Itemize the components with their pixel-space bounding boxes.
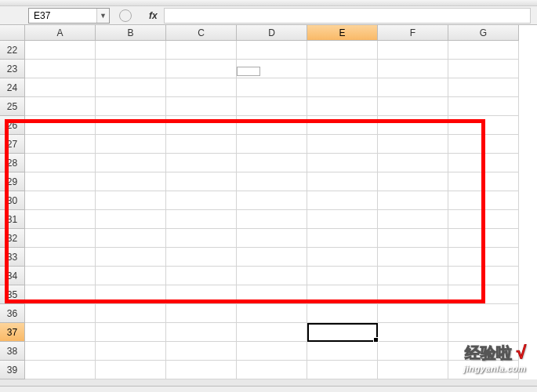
cell[interactable]	[166, 154, 237, 172]
cell[interactable]	[96, 172, 166, 191]
cell[interactable]	[96, 285, 166, 304]
formula-input[interactable]	[164, 8, 531, 24]
cell[interactable]	[378, 267, 448, 285]
column-header-b[interactable]: B	[96, 25, 166, 41]
cell[interactable]	[96, 342, 166, 361]
cell[interactable]	[307, 229, 378, 248]
cell[interactable]	[166, 135, 237, 154]
cell[interactable]	[166, 323, 237, 342]
cell[interactable]	[307, 342, 378, 361]
cell[interactable]	[307, 285, 378, 304]
cell[interactable]	[448, 361, 519, 379]
row-header[interactable]: 36	[0, 304, 25, 323]
row-header[interactable]: 29	[0, 172, 25, 191]
cell[interactable]	[448, 285, 519, 304]
column-header-g[interactable]: G	[448, 25, 519, 41]
cell[interactable]	[378, 116, 448, 135]
sheet-tab-area[interactable]	[0, 386, 537, 392]
row-header[interactable]: 35	[0, 285, 25, 304]
row-header[interactable]: 38	[0, 342, 25, 361]
row-header[interactable]: 24	[0, 78, 25, 97]
cell[interactable]	[448, 267, 519, 285]
cell[interactable]	[25, 116, 96, 135]
chevron-down-icon[interactable]: ▼	[96, 9, 109, 23]
cell[interactable]	[307, 41, 378, 60]
cell[interactable]	[166, 304, 237, 323]
cell[interactable]	[25, 267, 96, 285]
cell[interactable]	[378, 361, 448, 379]
cell[interactable]	[96, 323, 166, 342]
row-header[interactable]: 39	[0, 361, 25, 379]
cell[interactable]	[307, 323, 378, 342]
cell[interactable]	[378, 78, 448, 97]
cell[interactable]	[237, 191, 307, 210]
cell[interactable]	[448, 342, 519, 361]
cell[interactable]	[448, 323, 519, 342]
cell[interactable]	[448, 60, 519, 78]
cell[interactable]	[237, 323, 307, 342]
cell[interactable]	[96, 191, 166, 210]
cell[interactable]	[96, 361, 166, 379]
cell[interactable]	[96, 60, 166, 78]
row-header[interactable]: 33	[0, 248, 25, 267]
cell[interactable]	[448, 116, 519, 135]
cell[interactable]	[96, 116, 166, 135]
cell[interactable]	[237, 342, 307, 361]
cell[interactable]	[448, 41, 519, 60]
cell[interactable]	[237, 97, 307, 116]
cell[interactable]	[237, 361, 307, 379]
cell[interactable]	[378, 210, 448, 229]
cell[interactable]	[166, 172, 237, 191]
cell[interactable]	[378, 135, 448, 154]
cell[interactable]	[378, 41, 448, 60]
cell[interactable]	[166, 267, 237, 285]
row-header[interactable]: 22	[0, 41, 25, 60]
cell[interactable]	[237, 248, 307, 267]
cell[interactable]	[307, 154, 378, 172]
cell[interactable]	[25, 78, 96, 97]
cell[interactable]	[307, 304, 378, 323]
cell[interactable]	[96, 210, 166, 229]
cell[interactable]	[378, 248, 448, 267]
column-header-e[interactable]: E	[307, 25, 378, 41]
cell[interactable]	[25, 342, 96, 361]
cell[interactable]	[96, 229, 166, 248]
row-header[interactable]: 23	[0, 60, 25, 78]
cell[interactable]	[25, 60, 96, 78]
cell[interactable]	[166, 342, 237, 361]
cell[interactable]	[25, 285, 96, 304]
cell[interactable]	[307, 60, 378, 78]
cell[interactable]	[25, 210, 96, 229]
cell[interactable]	[166, 285, 237, 304]
cell[interactable]	[378, 285, 448, 304]
cell[interactable]	[448, 210, 519, 229]
row-header[interactable]: 37	[0, 323, 25, 342]
cell[interactable]	[448, 304, 519, 323]
cell[interactable]	[237, 135, 307, 154]
cell[interactable]	[25, 97, 96, 116]
cell[interactable]	[307, 210, 378, 229]
cell[interactable]	[25, 323, 96, 342]
cell[interactable]	[378, 342, 448, 361]
column-header-d[interactable]: D	[237, 25, 307, 41]
name-box[interactable]: E37 ▼	[28, 8, 110, 24]
cell[interactable]	[237, 267, 307, 285]
cell[interactable]	[307, 97, 378, 116]
cell[interactable]	[448, 154, 519, 172]
cell[interactable]	[166, 361, 237, 379]
column-header-f[interactable]: F	[378, 25, 448, 41]
cell[interactable]	[237, 304, 307, 323]
cell[interactable]	[307, 248, 378, 267]
cell[interactable]	[166, 191, 237, 210]
cell[interactable]	[166, 229, 237, 248]
cell[interactable]	[25, 191, 96, 210]
cell[interactable]	[166, 60, 237, 78]
cell[interactable]	[237, 116, 307, 135]
select-all-corner[interactable]	[0, 25, 25, 41]
cell[interactable]	[448, 135, 519, 154]
row-header[interactable]: 30	[0, 191, 25, 210]
cell[interactable]	[448, 78, 519, 97]
cell[interactable]	[378, 97, 448, 116]
cell[interactable]	[237, 41, 307, 60]
column-header-a[interactable]: A	[25, 25, 96, 41]
